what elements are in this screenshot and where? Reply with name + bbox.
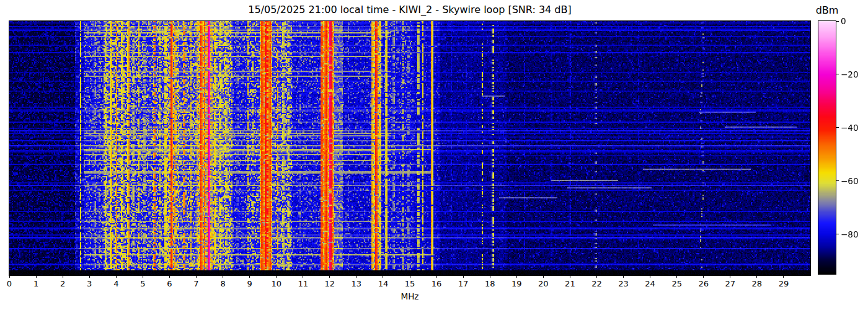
x-tick-mark — [303, 275, 303, 278]
x-tick-label: 2 — [52, 279, 73, 288]
x-tick-mark — [623, 275, 624, 278]
x-tick-mark — [730, 275, 730, 278]
colorbar-tick-label: −60 — [841, 175, 868, 187]
x-tick-mark — [756, 275, 757, 278]
x-tick-mark — [356, 275, 356, 278]
x-tick-label: 0 — [0, 279, 20, 288]
x-tick-label: 28 — [746, 279, 768, 288]
x-axis-label: MHz — [9, 291, 810, 301]
x-tick-label: 10 — [266, 279, 287, 288]
x-tick-label: 29 — [773, 279, 794, 288]
x-tick-mark — [196, 275, 197, 278]
x-tick-label: 13 — [346, 279, 367, 288]
x-tick-mark — [543, 275, 544, 278]
x-tick-mark — [36, 275, 37, 278]
x-tick-mark — [783, 275, 784, 278]
x-tick-label: 26 — [693, 279, 714, 288]
x-tick-label: 12 — [319, 279, 340, 288]
colorbar-tick-label: 0 — [841, 16, 868, 27]
x-tick-label: 8 — [213, 279, 234, 288]
x-tick-mark — [383, 275, 383, 278]
colorbar-gradient — [818, 21, 836, 274]
x-tick-mark — [463, 275, 464, 278]
colorbar-label: dBm — [809, 4, 845, 16]
x-tick-label: 25 — [666, 279, 688, 288]
x-tick-label: 4 — [105, 279, 126, 288]
x-tick-label: 24 — [640, 279, 661, 288]
x-tick-mark — [650, 275, 650, 278]
x-tick-label: 21 — [559, 279, 580, 288]
x-tick-mark — [223, 275, 223, 278]
x-tick-mark — [596, 275, 597, 278]
colorbar-tick-label: −80 — [841, 229, 868, 240]
x-tick-mark — [169, 275, 170, 278]
x-tick-label: 17 — [453, 279, 474, 288]
colorbar-tick-label: −20 — [841, 69, 868, 80]
x-tick-label: 11 — [293, 279, 314, 288]
colorbar — [818, 20, 836, 275]
x-tick-label: 19 — [506, 279, 527, 288]
x-tick-mark — [276, 275, 277, 278]
x-tick-mark — [116, 275, 117, 278]
spectrogram-figure: 15/05/2025 21:00 local time - KIWI_2 - S… — [0, 0, 868, 310]
x-tick-mark — [703, 275, 704, 278]
x-tick-label: 1 — [25, 279, 46, 288]
plot-area — [9, 20, 811, 276]
x-tick-label: 18 — [479, 279, 500, 288]
x-tick-mark — [89, 275, 90, 278]
x-tick-label: 22 — [586, 279, 607, 288]
x-tick-label: 16 — [426, 279, 447, 288]
x-tick-mark — [249, 275, 250, 278]
x-tick-mark — [143, 275, 143, 278]
x-tick-mark — [329, 275, 330, 278]
x-tick-mark — [9, 275, 10, 278]
x-tick-mark — [570, 275, 570, 278]
x-tick-label: 5 — [132, 279, 153, 288]
x-tick-label: 3 — [79, 279, 100, 288]
x-tick-label: 27 — [720, 279, 741, 288]
x-tick-label: 14 — [373, 279, 394, 288]
x-tick-label: 6 — [159, 279, 180, 288]
x-tick-label: 7 — [185, 279, 206, 288]
x-tick-mark — [436, 275, 437, 278]
x-tick-label: 9 — [239, 279, 260, 288]
x-tick-label: 15 — [399, 279, 420, 288]
colorbar-tick-label: −40 — [841, 122, 868, 133]
x-tick-label: 23 — [613, 279, 634, 288]
x-tick-mark — [410, 275, 410, 278]
x-tick-mark — [490, 275, 490, 278]
x-tick-mark — [676, 275, 677, 278]
x-tick-mark — [516, 275, 517, 278]
chart-title: 15/05/2025 21:00 local time - KIWI_2 - S… — [9, 4, 810, 16]
x-tick-mark — [63, 275, 63, 278]
spectrogram-canvas — [9, 21, 810, 275]
x-tick-label: 20 — [533, 279, 554, 288]
